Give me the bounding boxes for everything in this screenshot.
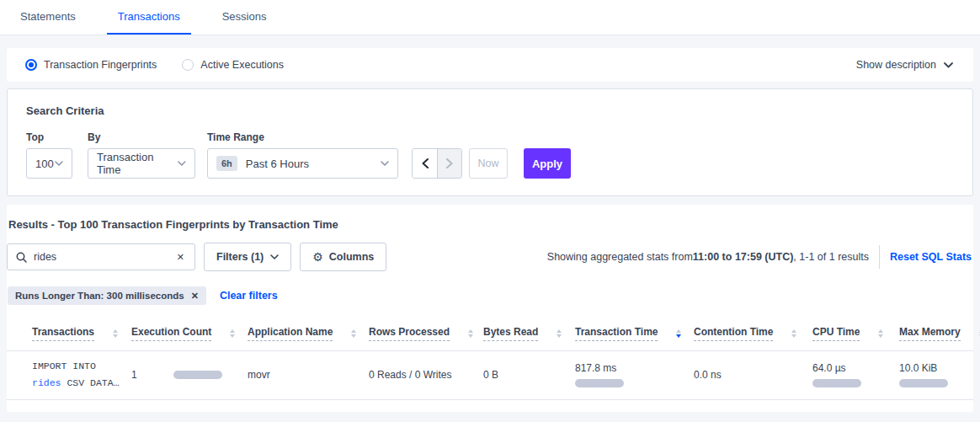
table-header-row: Transactions Execution Count Application… (7, 317, 973, 350)
by-control: By Transaction Time (72, 131, 195, 179)
view-toggle-card: Transaction Fingerprints Active Executio… (7, 48, 973, 82)
header-rows-processed[interactable]: Rows Processed (355, 317, 470, 350)
tab-statements[interactable]: Statements (9, 0, 87, 35)
cell-max-memory: 10.0 KiB (886, 350, 973, 399)
stats-prefix: Showing aggregated stats from (547, 251, 693, 263)
radio-unselected-icon (182, 59, 194, 71)
radio-transaction-fingerprints[interactable]: Transaction Fingerprints (25, 59, 157, 71)
transaction-time-bar (575, 379, 624, 387)
columns-button[interactable]: ⚙ Columns (300, 243, 386, 271)
time-range-prev-button[interactable] (413, 149, 437, 178)
time-range-value: Past 6 Hours (246, 158, 309, 170)
aggregated-stats-text: Showing aggregated stats from 11:00 to 1… (547, 245, 973, 269)
header-execution-count[interactable]: Execution Count (118, 317, 234, 350)
execution-count-bar (173, 371, 222, 379)
time-range-control: Time Range 6h Past 6 Hours (195, 131, 398, 179)
stats-suffix: , 1-1 of 1 results (793, 251, 869, 263)
columns-button-label: Columns (329, 251, 374, 263)
header-label: Rows Processed (369, 326, 450, 341)
cell-application-name: movr (234, 350, 355, 399)
header-contention-time[interactable]: Contention Time (680, 317, 799, 350)
sort-icon (791, 329, 796, 338)
filter-pill-label: Runs Longer Than: 300 milliseconds (15, 291, 184, 301)
results-toolbar: ✕ Filters (1) ⚙ Columns Showing aggregat… (7, 243, 973, 271)
sort-icon (230, 329, 235, 338)
by-select-value: Transaction Time (97, 151, 178, 176)
by-select[interactable]: Transaction Time (88, 148, 195, 179)
header-transaction-time[interactable]: Transaction Time (562, 317, 680, 350)
header-label: Transactions (32, 326, 94, 341)
header-label: Transaction Time (575, 326, 658, 341)
top-control: Top 100 (26, 131, 72, 179)
chevron-down-icon (178, 161, 186, 166)
statement-line1: IMPORT INTO (32, 358, 113, 375)
sort-icon (113, 329, 118, 338)
cell-transaction-time: 817.8 ms (562, 350, 680, 399)
time-range-select[interactable]: 6h Past 6 Hours (207, 148, 398, 179)
show-description-toggle[interactable]: Show description (856, 59, 953, 71)
results-section: Results - Top 100 Transaction Fingerprin… (7, 205, 973, 412)
top-select[interactable]: 100 (26, 148, 72, 179)
header-max-memory[interactable]: Max Memory (886, 317, 973, 350)
chevron-down-icon (55, 161, 63, 166)
header-label: Application Name (248, 326, 333, 341)
transaction-time-value: 817.8 ms (575, 362, 675, 374)
cell-cpu-time: 64.0 µs (799, 350, 886, 399)
now-button[interactable]: Now (469, 148, 508, 179)
statement-line2-rest: CSV DATA… (61, 377, 120, 388)
search-box: ✕ (7, 243, 195, 270)
header-label: Contention Time (694, 326, 773, 341)
chevron-down-icon (270, 254, 279, 259)
time-range-badge: 6h (216, 156, 237, 171)
radio-label: Active Executions (200, 59, 284, 71)
show-description-label: Show description (856, 59, 936, 71)
header-cpu-time[interactable]: CPU Time (799, 317, 886, 350)
clear-search-icon[interactable]: ✕ (175, 252, 186, 263)
top-tab-bar: Statements Transactions Sessions (0, 0, 980, 35)
search-icon (16, 252, 27, 263)
cpu-time-bar (812, 379, 861, 387)
filters-button-label: Filters (1) (216, 251, 264, 263)
remove-filter-icon[interactable]: ✕ (191, 291, 199, 302)
header-application-name[interactable]: Application Name (234, 317, 355, 350)
sort-icon (351, 329, 356, 338)
radio-label: Transaction Fingerprints (44, 59, 157, 71)
transaction-fingerprint-link[interactable]: rides (32, 377, 61, 388)
radio-active-executions[interactable]: Active Executions (182, 59, 284, 71)
max-memory-bar (899, 379, 948, 387)
cpu-time-value: 64.0 µs (812, 362, 881, 374)
search-input[interactable] (34, 251, 175, 263)
cell-execution-count: 1 (118, 350, 234, 399)
tab-transactions[interactable]: Transactions (107, 0, 191, 35)
cell-bytes-read: 0 B (470, 350, 562, 399)
header-label: Execution Count (131, 326, 211, 341)
sort-desc-icon (676, 329, 681, 338)
tab-sessions[interactable]: Sessions (211, 0, 278, 35)
chevron-right-icon (446, 158, 453, 168)
search-criteria-title: Search Criteria (26, 104, 954, 117)
header-bytes-read[interactable]: Bytes Read (470, 317, 562, 350)
reset-sql-stats-link[interactable]: Reset SQL Stats (890, 251, 972, 263)
gear-icon: ⚙ (312, 250, 323, 264)
filters-button[interactable]: Filters (1) (204, 243, 291, 271)
results-title: Results - Top 100 Transaction Fingerprin… (8, 218, 973, 231)
chevron-down-icon (381, 161, 389, 166)
clear-filters-link[interactable]: Clear filters (220, 290, 278, 302)
header-label: Max Memory (899, 326, 961, 341)
header-transactions[interactable]: Transactions (7, 317, 118, 350)
apply-button[interactable]: Apply (524, 148, 571, 179)
cell-contention-time: 0.0 ns (680, 350, 799, 399)
radio-selected-icon (25, 59, 37, 71)
filter-pill[interactable]: Runs Longer Than: 300 milliseconds ✕ (8, 286, 206, 305)
top-select-value: 100 (35, 158, 54, 170)
execution-count-value: 1 (131, 369, 137, 381)
cell-rows-processed: 0 Reads / 0 Writes (355, 350, 470, 399)
table-row: IMPORT INTO rides CSV DATA… 1 movr 0 Rea… (7, 350, 973, 399)
chevron-left-icon (422, 158, 429, 168)
cell-transaction-statement: IMPORT INTO rides CSV DATA… (7, 350, 118, 399)
divider (879, 245, 880, 269)
time-range-next-button[interactable] (437, 149, 461, 178)
header-label: Bytes Read (483, 326, 538, 341)
top-label: Top (26, 131, 72, 143)
by-label: By (88, 131, 195, 143)
